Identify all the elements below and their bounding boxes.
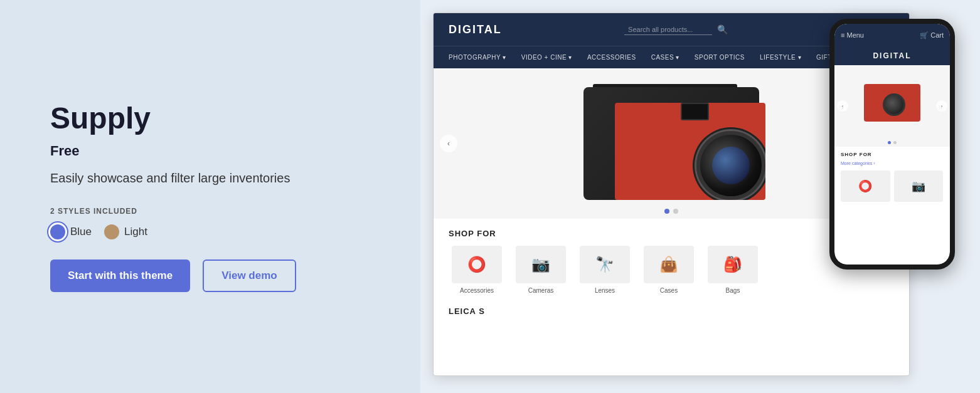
style-dot-light (104, 224, 119, 239)
accessories-label: Accessories (460, 287, 494, 294)
mobile-cart-icon[interactable]: 🛒 Cart (920, 31, 944, 39)
mobile-dot-1[interactable] (888, 141, 891, 144)
mobile-product-2[interactable]: 📷 (894, 170, 944, 202)
list-item[interactable]: 🔭 Lenses (577, 246, 633, 294)
mobile-shop-for: SHOP FOR More categories › (834, 147, 950, 170)
cases-label: Cases (660, 287, 678, 294)
camera-lens-inner (712, 147, 750, 184)
mobile-menu-icon[interactable]: ≡ Menu (841, 31, 864, 39)
mobile-navbar: ≡ Menu 🛒 Cart (834, 24, 950, 46)
mobile-camera-lens (883, 93, 905, 116)
shop-for-grid: ⭕ Accessories 📷 Cameras 🔭 Lenses 👜 Cases… (449, 246, 894, 294)
mobile-prev-arrow[interactable]: ‹ (837, 100, 848, 112)
styles-label: 2 STYLES INCLUDED (50, 207, 370, 216)
styles-row: Blue Light (50, 224, 370, 239)
view-demo-button[interactable]: View demo (203, 259, 296, 292)
nav-accessories[interactable]: ACCESSORIES (587, 54, 636, 61)
mobile-next-arrow[interactable]: › (936, 100, 947, 112)
mobile-store-logo: DIGITAL (873, 51, 911, 60)
right-panel: DIGITAL Search all products... 🔍 🛒 CART … (420, 0, 980, 393)
search-icon[interactable]: 🔍 (717, 24, 728, 34)
cases-img: 👜 (644, 246, 694, 283)
style-dot-blue (50, 224, 65, 239)
style-option-light[interactable]: Light (104, 224, 147, 239)
style-option-blue[interactable]: Blue (50, 224, 92, 239)
leica-section: LEICA S (434, 299, 909, 318)
mobile-more-categories[interactable]: More categories › (841, 161, 944, 165)
cameras-img: 📷 (516, 246, 566, 283)
store-search-placeholder: Search all products... (624, 24, 712, 35)
mobile-hero: ‹ › (834, 65, 950, 147)
left-panel: Supply Free Easily showcase and filter l… (0, 0, 420, 393)
bags-label: Bags (726, 287, 740, 294)
mobile-product-grid: ⭕ 📷 (834, 170, 950, 207)
nav-video-cine[interactable]: VIDEO + CINE ▾ (521, 54, 572, 61)
camera-body (583, 87, 759, 200)
lenses-img: 🔭 (580, 246, 630, 283)
bags-img: 🎒 (708, 246, 758, 283)
nav-photography[interactable]: PHOTOGRAPHY ▾ (449, 54, 506, 61)
lenses-label: Lenses (595, 287, 615, 294)
hero-dot-nav (664, 209, 678, 214)
leica-title: LEICA S (449, 307, 894, 316)
list-item[interactable]: 🎒 Bags (705, 246, 761, 294)
style-label-blue: Blue (70, 226, 92, 238)
mobile-shop-for-title: SHOP FOR (841, 152, 944, 157)
theme-description: Easily showcase and filter large invento… (50, 169, 370, 187)
store-logo: DIGITAL (449, 23, 502, 36)
camera-lens (696, 131, 765, 200)
accessories-img: ⭕ (452, 246, 502, 283)
nav-lifestyle[interactable]: LIFESTYLE ▾ (760, 54, 801, 61)
hero-dot-1[interactable] (664, 209, 669, 214)
mobile-dot-2[interactable] (893, 141, 897, 144)
hero-dot-2[interactable] (673, 209, 678, 214)
nav-sport-optics[interactable]: SPORT OPTICS (695, 54, 745, 61)
mobile-logo-bar: DIGITAL (834, 46, 950, 65)
cameras-label: Cameras (528, 287, 554, 294)
mobile-product-1[interactable]: ⭕ (841, 170, 890, 202)
buttons-row: Start with this theme View demo (50, 259, 370, 292)
list-item[interactable]: 👜 Cases (641, 246, 697, 294)
list-item[interactable]: ⭕ Accessories (449, 246, 505, 294)
mobile-hero-dots (888, 141, 897, 144)
camera-viewfinder (681, 103, 709, 120)
mobile-camera (861, 81, 924, 131)
style-label-light: Light (124, 226, 147, 238)
store-search-area: Search all products... 🔍 (624, 24, 728, 35)
hero-camera (558, 75, 784, 212)
mobile-preview: ≡ Menu 🛒 Cart DIGITAL ‹ › (829, 19, 955, 270)
shop-for-title: SHOP FOR (449, 229, 894, 238)
hero-prev-arrow[interactable]: ‹ (440, 135, 457, 152)
theme-price: Free (50, 143, 370, 159)
list-item[interactable]: 📷 Cameras (513, 246, 569, 294)
theme-title: Supply (50, 101, 370, 135)
mobile-camera-body (864, 84, 920, 122)
nav-cases[interactable]: CASES ▾ (651, 54, 679, 61)
start-theme-button[interactable]: Start with this theme (50, 259, 190, 292)
mobile-screen: ≡ Menu 🛒 Cart DIGITAL ‹ › (834, 24, 950, 265)
